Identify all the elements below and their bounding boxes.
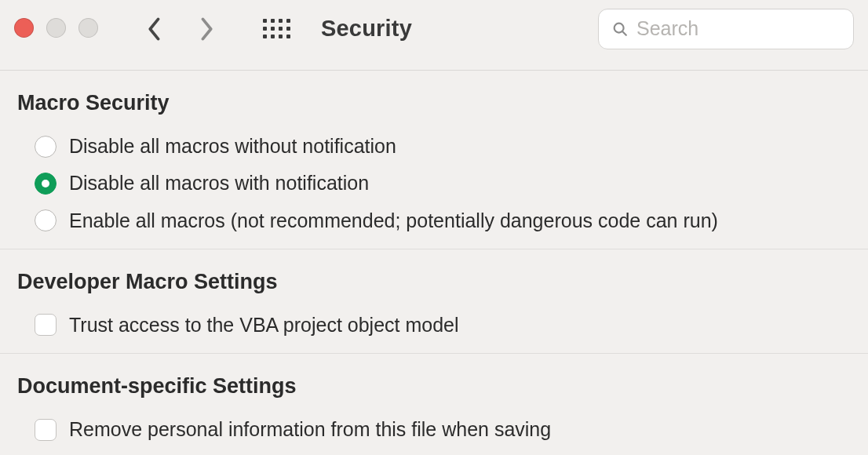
svg-line-1 [622,31,626,35]
window-controls [14,18,98,38]
window-minimize-button[interactable] [46,18,66,38]
window-close-button[interactable] [14,18,34,38]
page-title: Security [321,16,412,42]
radio-option-disable-with-notification[interactable]: Disable all macros with notification [17,165,851,202]
nav-buttons [144,18,217,40]
checkbox-icon [35,314,57,336]
section-title-macro-security: Macro Security [17,91,851,115]
radio-label: Enable all macros (not recommended; pote… [69,209,718,233]
section-developer-macro-settings: Developer Macro Settings Trust access to… [0,249,868,354]
checkbox-icon [35,419,57,441]
radio-label: Disable all macros with notification [69,171,369,195]
checkbox-label: Trust access to the VBA project object m… [69,313,459,337]
section-macro-security: Macro Security Disable all macros withou… [0,71,868,249]
radio-icon [35,173,57,195]
radio-label: Disable all macros without notification [69,134,396,158]
radio-icon [35,209,57,231]
section-title-developer: Developer Macro Settings [17,270,851,294]
search-icon [611,20,629,38]
window-zoom-button[interactable] [78,18,98,38]
checkbox-option-trust-vba[interactable]: Trust access to the VBA project object m… [17,307,851,344]
nav-forward-button[interactable] [195,18,217,40]
section-document-specific: Document-specific Settings Remove person… [0,354,868,455]
section-title-document-specific: Document-specific Settings [17,374,851,399]
radio-option-disable-without-notification[interactable]: Disable all macros without notification [17,128,851,165]
toolbar: Security Search [0,0,868,71]
search-input[interactable]: Search [598,9,854,49]
nav-back-button[interactable] [144,18,166,40]
search-placeholder: Search [636,17,698,40]
radio-icon [35,136,57,158]
checkbox-label: Remove personal information from this fi… [69,417,551,442]
radio-option-enable-all[interactable]: Enable all macros (not recommended; pote… [17,202,851,239]
checkbox-option-remove-personal-info[interactable]: Remove personal information from this fi… [17,411,851,448]
show-all-grid-button[interactable] [263,16,290,42]
